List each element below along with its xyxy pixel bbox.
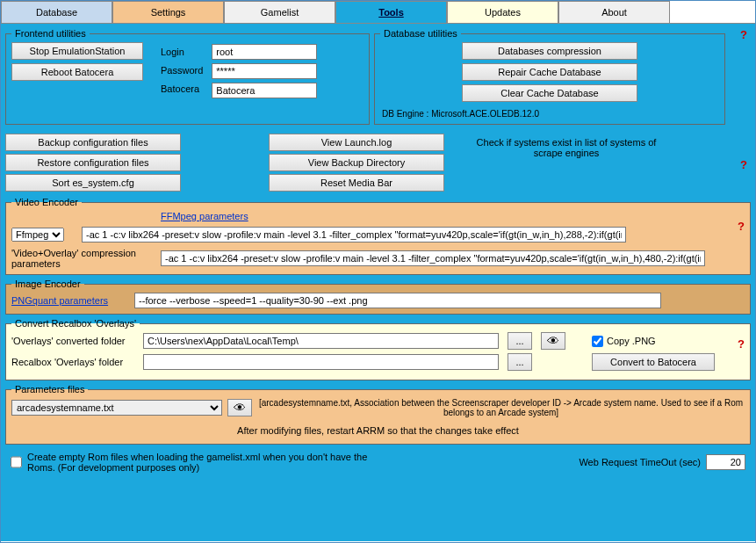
ffmpeg-parameters-link[interactable]: FFMpeg parameters (161, 211, 248, 221)
video-encoder-select[interactable]: Ffmpeg (11, 228, 64, 242)
copy-png-label: Copy .PNG (607, 336, 656, 346)
pngquant-parameters-link[interactable]: PNGquant parameters (11, 295, 108, 306)
convert-overlays-group: Convert Recalbox 'Overlays' 'Overlays' c… (5, 318, 751, 380)
reset-media-bar-button[interactable]: Reset Media Bar (269, 174, 444, 192)
create-empty-roms-label: Create empty Rom files when loading the … (27, 452, 396, 473)
video-overlay-params-input[interactable] (161, 250, 705, 266)
password-label: Password (161, 65, 203, 76)
database-utilities-group: Database utilities Databases compression… (374, 28, 725, 125)
tab-about[interactable]: About (558, 1, 670, 23)
view-launch-log-button[interactable]: View Launch.log (269, 134, 444, 151)
ffmpeg-params-input[interactable] (82, 227, 626, 243)
databases-compression-button[interactable]: Databases compression (462, 42, 637, 60)
backup-config-button[interactable]: Backup configuration files (5, 134, 181, 151)
reboot-batocera-button[interactable]: Reboot Batocera (11, 63, 143, 81)
clear-cache-button[interactable]: Clear Cache Database (462, 84, 637, 102)
password-input[interactable] (212, 63, 317, 79)
login-label: Login (161, 47, 203, 57)
tab-gamelist[interactable]: Gamelist (224, 1, 335, 23)
image-encoder-legend: Image Encoder (11, 279, 84, 289)
parameters-restart-note: After modifying files, restart ARRM so t… (11, 423, 745, 438)
stop-emulationstation-button[interactable]: Stop EmulationStation (11, 42, 143, 60)
tab-database[interactable]: Database (1, 1, 112, 23)
parameters-file-description: [arcadesystemname.txt, Association betwe… (257, 398, 745, 417)
browse-converted-folder-button[interactable]: ... (508, 332, 532, 350)
recalbox-overlays-folder-label: Recalbox 'Overlays' folder (11, 357, 134, 367)
frontend-legend: Frontend utilities (11, 28, 90, 39)
pngquant-params-input[interactable] (134, 293, 661, 308)
parameters-file-select[interactable]: arcadesystemname.txt (11, 400, 222, 416)
convert-overlays-legend: Convert Recalbox 'Overlays' (11, 318, 140, 329)
help-icon[interactable]: ? (740, 28, 747, 41)
video-overlay-compression-label: 'Video+Overlay' compression parameters (11, 248, 143, 269)
overlays-converted-folder-label: 'Overlays' converted folder (11, 336, 134, 346)
tab-updates[interactable]: Updates (447, 1, 558, 23)
db-engine-label: DB Engine : Microsoft.ACE.OLEDB.12.0 (380, 109, 539, 119)
browse-recalbox-folder-button[interactable]: ... (508, 353, 532, 371)
batocera-input[interactable] (212, 83, 317, 98)
restore-config-button[interactable]: Restore configuration files (5, 154, 181, 171)
database-legend: Database utilities (380, 28, 461, 39)
image-encoder-group: Image Encoder PNGquant parameters (5, 279, 751, 315)
video-encoder-group: Video Encoder FFMpeg parameters Ffmpeg '… (5, 197, 751, 275)
help-icon[interactable]: ? (738, 337, 745, 351)
parameters-files-group: Parameters files arcadesystemname.txt 👁 … (5, 384, 751, 445)
repair-cache-button[interactable]: Repair Cache Database (462, 63, 637, 81)
video-encoder-legend: Video Encoder (11, 197, 82, 207)
batocera-label: Batocera (161, 83, 203, 94)
check-systems-label: Check if systems exist in list of system… (465, 134, 667, 158)
recalbox-overlays-folder-input[interactable] (143, 354, 499, 370)
view-converted-folder-button[interactable]: 👁 (541, 332, 565, 350)
login-input[interactable] (212, 44, 317, 60)
overlays-converted-folder-input[interactable] (143, 333, 499, 349)
web-request-timeout-label: Web Request TimeOut (sec) (579, 457, 701, 467)
help-icon[interactable]: ? (738, 220, 745, 233)
tab-settings[interactable]: Settings (112, 1, 224, 23)
web-request-timeout-input[interactable] (706, 454, 745, 470)
view-backup-dir-button[interactable]: View Backup Directory (269, 154, 444, 171)
create-empty-roms-checkbox[interactable] (11, 452, 22, 473)
sort-es-system-button[interactable]: Sort es_system.cfg (5, 174, 181, 192)
parameters-files-legend: Parameters files (11, 384, 88, 395)
view-parameters-file-button[interactable]: 👁 (227, 399, 252, 416)
copy-png-checkbox[interactable] (592, 336, 603, 347)
convert-to-batocera-button[interactable]: Convert to Batocera (592, 353, 715, 371)
help-icon[interactable]: ? (740, 158, 747, 171)
frontend-utilities-group: Frontend utilities Stop EmulationStation… (5, 28, 370, 125)
tab-tools[interactable]: Tools (335, 1, 447, 23)
